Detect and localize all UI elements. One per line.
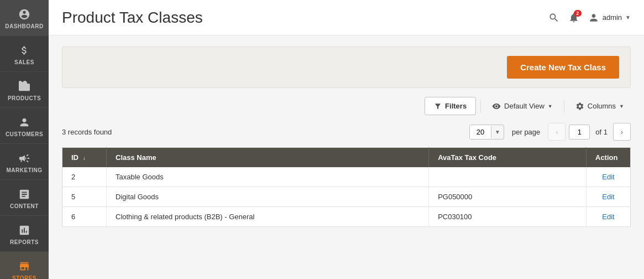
- columns-button[interactable]: Columns ▼: [569, 97, 631, 115]
- column-action-label: Action: [595, 153, 617, 162]
- sidebar-item-reports[interactable]: REPORTS: [0, 216, 49, 252]
- columns-label: Columns: [588, 102, 616, 110]
- cell-avatax-code: PG050000: [429, 187, 587, 207]
- column-class-name: Class Name: [107, 148, 429, 168]
- sort-arrow-id: ↓: [83, 155, 86, 161]
- cell-action: Edit: [587, 187, 631, 207]
- default-view-button[interactable]: Default View ▼: [485, 97, 559, 115]
- of-pages-label: of 1: [595, 128, 608, 136]
- stores-icon: [17, 260, 32, 273]
- cell-class-name: Clothing & related products (B2B) - Gene…: [107, 207, 429, 227]
- sidebar-item-customers[interactable]: CUSTOMERS: [0, 108, 49, 144]
- cell-id: 6: [62, 207, 107, 227]
- marketing-icon: [17, 152, 32, 165]
- sidebar-item-content-label: CONTENT: [10, 203, 39, 210]
- notification-badge: 2: [574, 10, 582, 17]
- chevron-down-icon: ▼: [625, 14, 631, 20]
- column-avatax-code-label: AvaTax Tax Code: [438, 153, 496, 162]
- cell-avatax-code: PC030100: [429, 207, 587, 227]
- table-row: 2Taxable GoodsEdit: [62, 167, 631, 187]
- column-action: Action: [587, 148, 631, 168]
- table-header-row: ID ↓ Class Name AvaTax Tax Code Action: [62, 148, 631, 168]
- pagination: ▼ per page ‹ of 1 ›: [469, 123, 631, 141]
- reports-icon: [17, 224, 32, 237]
- view-chevron-icon: ▼: [548, 104, 553, 109]
- sidebar-item-dashboard[interactable]: DASHBOARD: [0, 0, 49, 36]
- per-page-label: per page: [512, 128, 540, 136]
- table-row: 6Clothing & related products (B2B) - Gen…: [62, 207, 631, 227]
- per-page-input[interactable]: [470, 125, 491, 139]
- records-found-label: 3 records found: [62, 128, 112, 136]
- sidebar-item-products[interactable]: PRODUCTS: [0, 72, 49, 108]
- per-page-dropdown-arrow[interactable]: ▼: [491, 126, 504, 138]
- sales-icon: [17, 44, 32, 57]
- topbar: Product Tax Classes 2 admin ▼: [49, 0, 644, 35]
- cell-action: Edit: [587, 167, 631, 187]
- sidebar-item-marketing[interactable]: MARKETING: [0, 144, 49, 180]
- edit-link[interactable]: Edit: [602, 213, 614, 221]
- search-button[interactable]: [548, 12, 559, 23]
- cell-id: 5: [62, 187, 107, 207]
- page-title: Product Tax Classes: [62, 9, 203, 27]
- column-avatax-code: AvaTax Tax Code: [429, 148, 587, 168]
- cell-class-name: Digital Goods: [107, 187, 429, 207]
- data-table: ID ↓ Class Name AvaTax Tax Code Action 2…: [62, 147, 631, 227]
- toolbar-separator: [480, 100, 481, 113]
- filters-button[interactable]: Filters: [425, 97, 476, 115]
- sidebar-item-stores[interactable]: STORES: [0, 252, 49, 279]
- sidebar-item-sales[interactable]: SALES: [0, 36, 49, 72]
- table-body: 2Taxable GoodsEdit5Digital GoodsPG050000…: [62, 167, 631, 227]
- content-icon: [17, 188, 32, 201]
- prev-page-button[interactable]: ‹: [548, 123, 566, 141]
- columns-icon: [575, 102, 584, 111]
- filters-label: Filters: [445, 102, 467, 110]
- edit-link[interactable]: Edit: [602, 193, 614, 201]
- view-label: Default View: [504, 102, 544, 110]
- user-icon: [588, 12, 599, 23]
- filter-icon: [434, 102, 442, 110]
- toolbar: Filters Default View ▼ Columns ▼: [62, 97, 631, 115]
- next-page-button[interactable]: ›: [613, 123, 631, 141]
- sidebar-item-products-label: PRODUCTS: [8, 95, 41, 102]
- sidebar-item-reports-label: REPORTS: [10, 239, 39, 246]
- edit-link[interactable]: Edit: [602, 173, 614, 181]
- notifications-button[interactable]: 2: [568, 12, 579, 23]
- cell-avatax-code: [429, 167, 587, 187]
- columns-chevron-icon: ▼: [619, 104, 624, 109]
- user-menu-button[interactable]: admin ▼: [588, 12, 631, 23]
- sidebar: DASHBOARD SALES PRODUCTS CUSTOMERS MARKE…: [0, 0, 49, 279]
- eye-icon: [492, 102, 501, 111]
- cell-id: 2: [62, 167, 107, 187]
- sidebar-item-marketing-label: MARKETING: [6, 167, 42, 174]
- sidebar-item-customers-label: CUSTOMERS: [6, 131, 43, 138]
- sidebar-item-content[interactable]: CONTENT: [0, 180, 49, 216]
- dashboard-icon: [17, 8, 32, 21]
- action-bar: Create New Tax Class: [62, 46, 631, 88]
- sidebar-item-stores-label: STORES: [12, 275, 36, 279]
- column-id-label: ID: [71, 153, 78, 162]
- sidebar-item-dashboard-label: DASHBOARD: [5, 23, 44, 30]
- sidebar-item-sales-label: SALES: [14, 59, 34, 66]
- per-page-selector[interactable]: ▼: [469, 125, 504, 140]
- user-name-label: admin: [603, 13, 622, 22]
- main-content: Product Tax Classes 2 admin ▼ Create New…: [49, 0, 644, 279]
- column-id[interactable]: ID ↓: [62, 148, 107, 168]
- topbar-actions: 2 admin ▼: [548, 12, 631, 23]
- column-class-name-label: Class Name: [116, 153, 156, 162]
- create-new-tax-class-button[interactable]: Create New Tax Class: [507, 56, 619, 79]
- table-row: 5Digital GoodsPG050000Edit: [62, 187, 631, 207]
- products-icon: [17, 80, 32, 93]
- current-page-input[interactable]: [569, 125, 590, 140]
- toolbar-separator2: [564, 100, 564, 113]
- records-row: 3 records found ▼ per page ‹ of 1 ›: [62, 123, 631, 141]
- content-area: Create New Tax Class Filters Default Vie…: [49, 35, 644, 279]
- cell-action: Edit: [587, 207, 631, 227]
- customers-icon: [17, 116, 32, 129]
- cell-class-name: Taxable Goods: [107, 167, 429, 187]
